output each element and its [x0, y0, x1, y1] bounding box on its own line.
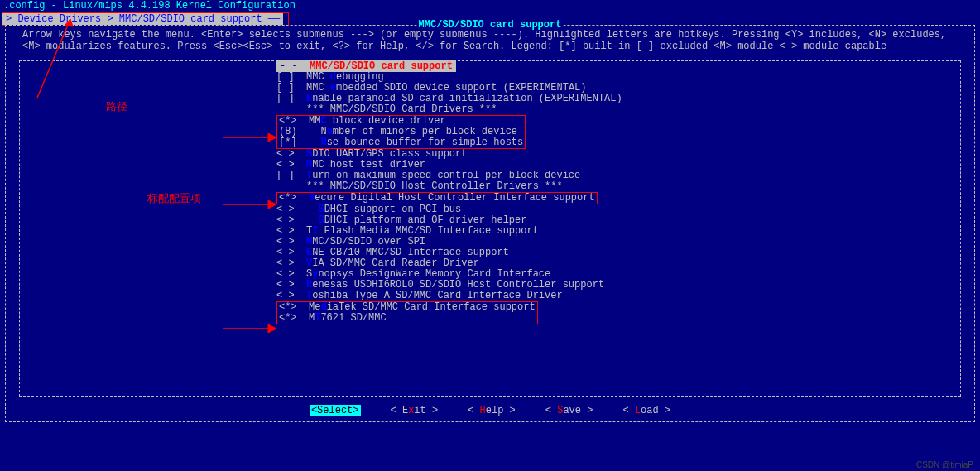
load-button[interactable]: < Load > [622, 405, 670, 416]
svg-marker-3 [268, 133, 276, 142]
save-button[interactable]: < Save > [545, 405, 593, 416]
menu-item[interactable]: <*> MT7621 SD/MMC [279, 313, 536, 324]
arrow-2-icon [219, 196, 285, 213]
help-line-2: <M> modularizes features. Press <Esc><Es… [22, 41, 958, 52]
menu-item[interactable]: *** MMC/SD/SDIO Host Controller Drivers … [276, 181, 960, 192]
highlight-box-1: <*> MMC block device driver(8) Number of… [276, 115, 526, 149]
menu-panel: - - MMC/SD/SDIO card support [ ] MMC deb… [19, 60, 961, 397]
svg-line-0 [37, 19, 70, 98]
annotation-std: 标配配置项 [147, 191, 201, 206]
svg-marker-1 [65, 19, 73, 26]
help-button[interactable]: < Help > [468, 405, 516, 416]
arrow-path-icon [25, 15, 83, 106]
svg-marker-5 [268, 200, 276, 209]
menu-item[interactable]: *** MMC/SD/SDIO Card Drivers *** [276, 104, 960, 115]
panel-title: MMC/SD/SDIO card support [417, 19, 564, 31]
annotation-path: 路径 [106, 99, 127, 114]
watermark: CSDN @timiaP [916, 460, 973, 469]
arrow-1-icon [219, 129, 285, 146]
menu-item[interactable]: < > Toshiba Type A SD/MMC Card Interface… [276, 291, 960, 301]
outer-panel: MMC/SD/SDIO card support Arrow keys navi… [5, 25, 975, 422]
terminal-root: .config - Linux/mips 4.4.198 Kernel Conf… [0, 0, 980, 422]
menu-list[interactable]: - - MMC/SD/SDIO card support [ ] MMC deb… [276, 61, 960, 328]
arrow-3-icon [219, 320, 285, 337]
menu-item[interactable]: <*> Secure Digital Host Controller Inter… [279, 193, 595, 204]
menu-item[interactable]: [*] Use bounce buffer for simple hosts [279, 137, 523, 148]
button-bar: <Select> < Exit > < Help > < Save > < Lo… [6, 403, 974, 421]
highlight-box-3: <*> MediaTek SD/MMC Card Interface suppo… [276, 301, 538, 324]
svg-marker-7 [268, 324, 276, 333]
help-text: Arrow keys navigate the menu. <Enter> se… [6, 26, 974, 59]
help-line-1: Arrow keys navigate the menu. <Enter> se… [22, 29, 958, 41]
config-title: .config - Linux/mips 4.4.198 Kernel Conf… [0, 0, 980, 12]
select-button[interactable]: <Select> [310, 405, 361, 416]
highlight-box-2: <*> Secure Digital Host Controller Inter… [276, 192, 598, 204]
exit-button[interactable]: < Exit > [391, 405, 439, 416]
